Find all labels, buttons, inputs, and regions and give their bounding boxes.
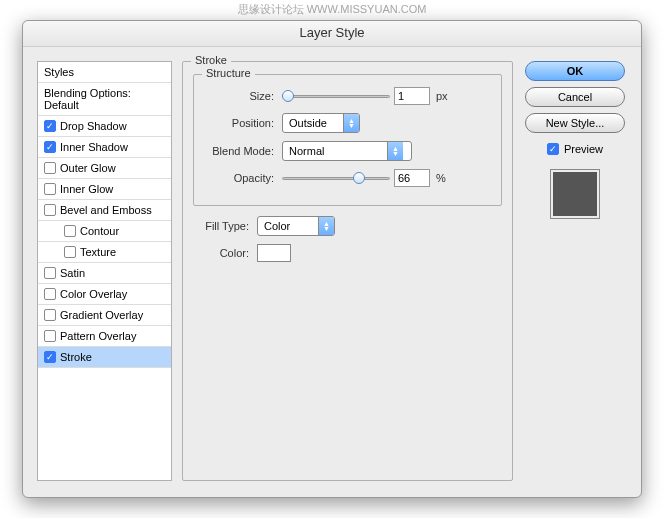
position-label: Position: (204, 117, 278, 129)
styles-list: Styles Blending Options: Default Drop Sh… (37, 61, 172, 481)
size-label: Size: (204, 90, 278, 102)
new-style-button[interactable]: New Style... (525, 113, 625, 133)
style-stroke[interactable]: Stroke (38, 347, 171, 368)
style-pattern-overlay[interactable]: Pattern Overlay (38, 326, 171, 347)
size-unit: px (436, 90, 448, 102)
color-label: Color: (193, 247, 253, 259)
stroke-panel: Stroke Structure Size: 1 px Position: Ou… (182, 61, 513, 481)
style-outer-glow[interactable]: Outer Glow (38, 158, 171, 179)
checkbox-pattern-overlay[interactable] (44, 330, 56, 342)
filltype-label: Fill Type: (193, 220, 253, 232)
dropdown-arrows-icon: ▲▼ (318, 217, 334, 235)
checkbox-stroke[interactable] (44, 351, 56, 363)
checkbox-inner-glow[interactable] (44, 183, 56, 195)
preview-label: Preview (564, 143, 603, 155)
checkbox-inner-shadow[interactable] (44, 141, 56, 153)
checkbox-contour[interactable] (64, 225, 76, 237)
style-gradient-overlay[interactable]: Gradient Overlay (38, 305, 171, 326)
style-inner-shadow[interactable]: Inner Shadow (38, 137, 171, 158)
watermark-text: 思缘设计论坛 WWW.MISSYUAN.COM (0, 0, 664, 17)
structure-title: Structure (202, 67, 255, 79)
blend-mode-label: Blend Mode: (204, 145, 278, 157)
style-satin[interactable]: Satin (38, 263, 171, 284)
checkbox-satin[interactable] (44, 267, 56, 279)
checkbox-gradient-overlay[interactable] (44, 309, 56, 321)
checkbox-bevel[interactable] (44, 204, 56, 216)
blend-mode-select[interactable]: Normal ▲▼ (282, 141, 412, 161)
dropdown-arrows-icon: ▲▼ (343, 114, 359, 132)
structure-group: Structure Size: 1 px Position: Outside ▲… (193, 74, 502, 206)
style-texture[interactable]: Texture (38, 242, 171, 263)
filltype-select[interactable]: Color ▲▼ (257, 216, 335, 236)
style-bevel-emboss[interactable]: Bevel and Emboss (38, 200, 171, 221)
position-select[interactable]: Outside ▲▼ (282, 113, 360, 133)
style-color-overlay[interactable]: Color Overlay (38, 284, 171, 305)
preview-swatch (550, 169, 600, 219)
style-drop-shadow[interactable]: Drop Shadow (38, 116, 171, 137)
opacity-input[interactable]: 66 (394, 169, 430, 187)
blending-options-row[interactable]: Blending Options: Default (38, 83, 171, 116)
opacity-label: Opacity: (204, 172, 278, 184)
checkbox-color-overlay[interactable] (44, 288, 56, 300)
checkbox-outer-glow[interactable] (44, 162, 56, 174)
size-input[interactable]: 1 (394, 87, 430, 105)
size-slider[interactable] (282, 89, 390, 103)
checkbox-drop-shadow[interactable] (44, 120, 56, 132)
layer-style-dialog: Layer Style Styles Blending Options: Def… (22, 20, 642, 498)
cancel-button[interactable]: Cancel (525, 87, 625, 107)
opacity-slider[interactable] (282, 171, 390, 185)
checkbox-texture[interactable] (64, 246, 76, 258)
style-inner-glow[interactable]: Inner Glow (38, 179, 171, 200)
color-swatch[interactable] (257, 244, 291, 262)
dialog-title: Layer Style (23, 21, 641, 47)
opacity-unit: % (436, 172, 446, 184)
checkbox-preview[interactable] (547, 143, 559, 155)
dropdown-arrows-icon: ▲▼ (387, 142, 403, 160)
style-contour[interactable]: Contour (38, 221, 171, 242)
styles-header[interactable]: Styles (38, 62, 171, 83)
ok-button[interactable]: OK (525, 61, 625, 81)
stroke-panel-title: Stroke (191, 54, 231, 66)
